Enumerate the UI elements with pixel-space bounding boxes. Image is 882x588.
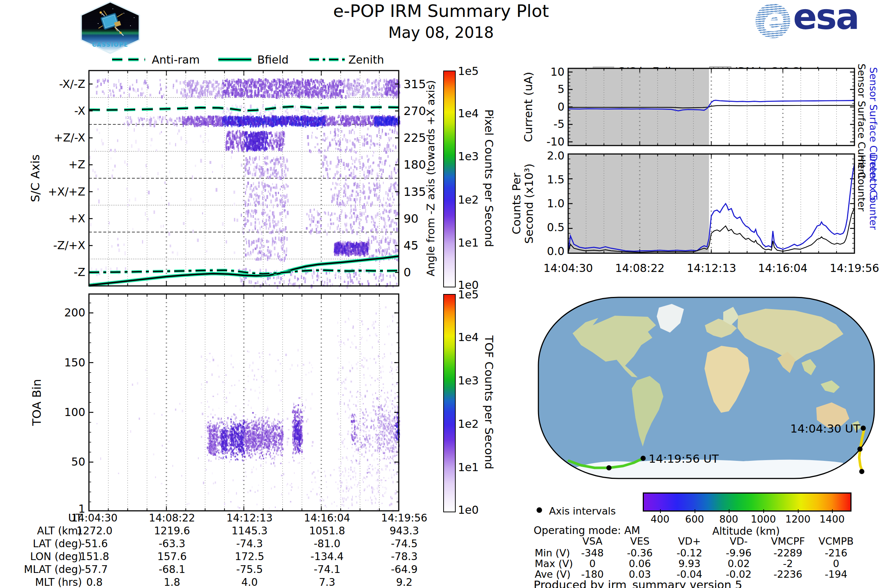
- ephem-cell: -74.1: [288, 564, 366, 575]
- current-ytick: 5: [535, 84, 564, 95]
- toa-ylabel: TOA Bin: [31, 379, 43, 426]
- ephem-cell: 4.0: [211, 578, 288, 588]
- voltage-cell: -0.36: [612, 548, 668, 558]
- time-xtick: 14:04:30: [528, 263, 609, 274]
- toa-spectrogram: [89, 294, 399, 511]
- anti-ram-legend-label: Anti-ram: [152, 54, 200, 65]
- ephem-cell: -74.3: [211, 539, 288, 549]
- epop-irm-summary-plot: e-POP IRM Summary Plot May 08, 2018 CASS…: [0, 0, 882, 588]
- footer-text: Produced by irm_summary version 5: [534, 579, 742, 588]
- counts-ylabel-line1: Counts Per: [511, 173, 522, 234]
- sc-row-label: +X: [45, 213, 85, 224]
- zenith-legend-label: Zenith: [348, 54, 384, 65]
- voltage-cell: -0.02: [711, 569, 766, 579]
- counts-ytick: 2.0: [535, 150, 564, 161]
- ephem-cell: -74.5: [366, 539, 443, 549]
- colorbar-tick: 1e1: [458, 237, 484, 248]
- counts-ylabel-line2: Second (x10³): [524, 164, 535, 244]
- ephem-cell: 7.3: [288, 578, 366, 588]
- axis-intervals-dot-icon: [537, 507, 542, 513]
- colorbar-tick: 1e2: [458, 418, 484, 430]
- altitude-tickmark: [694, 509, 695, 513]
- altitude-tickmark: [660, 509, 661, 513]
- ephem-cell: 14:08:22: [134, 513, 211, 524]
- ephem-cell: -63.3: [134, 539, 211, 549]
- altitude-tick: 400: [644, 514, 676, 524]
- sc-row-label: -Z: [45, 267, 85, 278]
- tof-counts-colorbar: [443, 294, 456, 512]
- voltage-col-header: VCMPB: [808, 536, 864, 546]
- ephem-cell: 151.8: [56, 552, 133, 562]
- axis-intervals-label: Axis intervals: [549, 506, 616, 516]
- ephem-cell: 943.3: [366, 526, 443, 536]
- bfield-legend-line: [218, 56, 252, 63]
- esa-globe-letter: e: [761, 4, 782, 38]
- sc-row-label: +Z/-X: [45, 132, 85, 143]
- pixel-counts-colorbar: [443, 70, 456, 287]
- ephem-cell: 1272.0: [56, 526, 133, 536]
- voltage-cell: 0: [808, 559, 864, 568]
- colorbar-tick: 1e5: [458, 289, 484, 300]
- sc-row-label: -X/-Z: [45, 79, 85, 90]
- altitude-colorbar: [643, 492, 852, 512]
- altitude-tickmark: [798, 509, 799, 513]
- ephem-cell: 1145.3: [211, 526, 288, 536]
- ephem-cell: 172.5: [211, 552, 288, 562]
- ephem-cell: -134.4: [288, 552, 366, 562]
- colorbar-tick: 1e3: [458, 151, 484, 162]
- altitude-tick: 1200: [781, 514, 814, 524]
- voltage-cell: -194: [808, 569, 864, 579]
- voltage-cell: -348: [565, 548, 620, 558]
- bfield-legend-label: Bfield: [257, 54, 288, 65]
- voltage-cell: -2: [760, 559, 816, 568]
- counts-ytick: 0.0: [535, 246, 564, 257]
- voltage-cell: 0: [565, 559, 620, 568]
- ephem-cell: -68.1: [134, 564, 211, 575]
- voltage-cell: -2289: [760, 548, 816, 558]
- voltage-col-header: VD+: [662, 536, 717, 546]
- voltage-cell: -9.96: [711, 548, 766, 558]
- toa-ytick: 100: [45, 407, 85, 418]
- altitude-tickmark: [729, 509, 729, 513]
- cassiope-mission-badge: CASSIOPE: [78, 1, 142, 54]
- current-ytick: 0: [535, 101, 564, 112]
- time-xtick: 14:12:13: [671, 263, 752, 274]
- altitude-tickmark: [832, 509, 833, 513]
- voltage-cell: -180: [565, 569, 620, 579]
- counts-right-label-black: Hit Counter: [856, 155, 867, 212]
- colorbar-tick: 1e3: [458, 375, 484, 386]
- ephem-cell: 1051.8: [288, 526, 366, 536]
- ephem-cell: 14:16:04: [288, 513, 366, 524]
- toa-ytick: 150: [45, 357, 85, 368]
- ephem-cell: 14:12:13: [211, 513, 288, 524]
- track-start-label: 14:04:30 UT: [790, 422, 861, 435]
- counts-ytick: 1.5: [535, 174, 564, 185]
- ephem-cell: 1219.6: [134, 526, 211, 536]
- ephem-cell: 9.2: [366, 578, 443, 588]
- voltage-col-header: VES: [612, 536, 668, 546]
- current-ytick: 10: [535, 66, 564, 78]
- track-end-label: 14:19:56 UT: [649, 452, 719, 465]
- operating-mode-label: Operating mode: AM: [534, 525, 640, 536]
- time-xtick: 14:08:22: [599, 263, 680, 274]
- ephem-cell: -51.6: [56, 539, 133, 549]
- counts-right-label-blue: Detect Counter: [868, 154, 878, 230]
- voltage-col-header: VMCPF: [760, 536, 816, 546]
- zenith-legend-line: [309, 56, 345, 63]
- ephem-cell: 14:19:56: [366, 513, 443, 524]
- ephem-cell: -78.3: [366, 552, 443, 562]
- sc-row-label: -Z/+X: [45, 240, 85, 251]
- altitude-tick: 1000: [747, 514, 780, 524]
- ephem-cell: -81.0: [288, 539, 366, 549]
- badge-stars: [87, 6, 87, 7]
- ephem-cell: 1.8: [134, 578, 211, 588]
- sc-axis-ylabel: S/C Axis: [29, 154, 41, 202]
- voltage-cell: 0.06: [612, 559, 668, 568]
- time-xtick: 14:16:04: [742, 263, 823, 274]
- voltage-cell: -0.12: [662, 548, 717, 558]
- tof-counts-colorbar-label: TOF Counts per Second: [483, 336, 495, 470]
- toa-ytick: 200: [45, 307, 85, 318]
- colorbar-tick: 1e4: [458, 108, 484, 119]
- ephem-cell: 0.8: [56, 578, 133, 588]
- sc-row-label: -X: [45, 105, 85, 117]
